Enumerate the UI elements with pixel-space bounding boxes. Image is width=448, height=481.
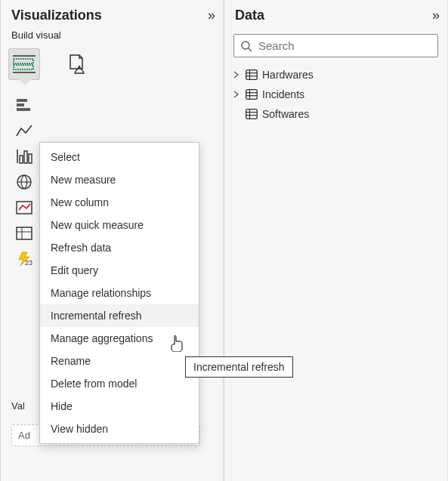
menu-incremental-refresh[interactable]: Incremental refresh	[40, 304, 199, 327]
menu-rename[interactable]: Rename	[40, 350, 199, 372]
svg-rect-14	[17, 227, 32, 239]
table-context-menu: Select New measure New column New quick …	[39, 142, 199, 444]
search-fields-box[interactable]	[233, 34, 438, 57]
menu-view-hidden[interactable]: View hidden	[40, 418, 199, 440]
table-hardwares[interactable]: Hardwares	[230, 65, 441, 85]
fields-tree: Hardwares Incidents Softwares	[224, 65, 447, 124]
menu-edit-query[interactable]: Edit query	[40, 259, 199, 282]
table-icon	[246, 109, 258, 119]
data-pane: Data » Hardwares	[224, 0, 448, 481]
svg-line-19	[249, 48, 252, 51]
svg-rect-28	[246, 109, 258, 119]
tooltip-incremental-refresh: Incremental refresh	[185, 356, 293, 378]
format-visual-icon	[67, 54, 87, 75]
svg-point-18	[242, 42, 249, 49]
svg-rect-24	[246, 90, 258, 100]
search-icon	[240, 40, 252, 52]
table-incidents[interactable]: Incidents	[230, 85, 441, 104]
svg-rect-8	[20, 156, 23, 163]
chevron-right-icon	[233, 91, 241, 98]
menu-new-quick-measure[interactable]: New quick measure	[40, 214, 199, 236]
menu-hide[interactable]: Hide	[40, 395, 199, 418]
menu-new-column[interactable]: New column	[40, 191, 199, 214]
svg-rect-13	[17, 202, 32, 214]
chevron-right-icon	[233, 71, 241, 79]
format-visual-tab[interactable]	[61, 48, 93, 80]
table-label: Incidents	[262, 88, 304, 100]
menu-select[interactable]: Select	[40, 146, 199, 168]
stacked-bar-chart-icon[interactable]	[16, 97, 32, 113]
svg-rect-6	[17, 108, 30, 111]
svg-rect-5	[17, 103, 24, 106]
menu-refresh-data[interactable]: Refresh data	[40, 236, 199, 259]
build-visual-tab[interactable]	[8, 48, 40, 80]
collapse-visualizations-icon[interactable]: »	[208, 8, 212, 23]
svg-rect-2	[14, 65, 33, 69]
values-field-label: Val	[11, 400, 25, 412]
table-label: Softwares	[262, 108, 309, 120]
build-visual-icon	[13, 55, 36, 73]
menu-new-measure[interactable]: New measure	[40, 168, 199, 191]
table-icon	[246, 69, 258, 80]
svg-rect-4	[17, 99, 27, 102]
ribbon-chart-icon[interactable]	[16, 148, 32, 165]
menu-manage-relationships[interactable]: Manage relationships	[40, 282, 199, 304]
build-visual-label: Build visual	[1, 28, 223, 45]
search-fields-input[interactable]	[258, 39, 431, 52]
visualizations-title: Visualizations	[11, 8, 102, 23]
table-label: Hardwares	[262, 69, 314, 81]
power-automate-icon[interactable]: 23	[16, 251, 32, 267]
svg-rect-20	[246, 70, 258, 80]
line-chart-icon[interactable]	[16, 122, 32, 139]
table-softwares[interactable]: Softwares	[230, 104, 441, 124]
map-icon[interactable]	[16, 174, 32, 190]
svg-text:23: 23	[25, 259, 32, 267]
kpi-icon[interactable]	[16, 199, 32, 216]
table-icon	[246, 89, 258, 100]
menu-manage-aggregations[interactable]: Manage aggregations	[40, 327, 199, 350]
collapse-data-icon[interactable]: »	[432, 8, 437, 23]
svg-rect-9	[24, 151, 27, 163]
matrix-icon[interactable]	[16, 225, 32, 242]
svg-rect-10	[29, 154, 32, 163]
menu-delete-from-model[interactable]: Delete from model	[40, 372, 199, 395]
svg-rect-1	[14, 59, 33, 63]
data-title: Data	[235, 8, 264, 23]
